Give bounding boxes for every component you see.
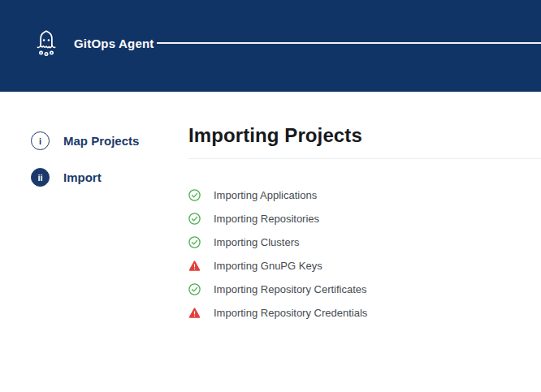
import-status-row: Importing Repository Certificates [188, 278, 541, 301]
import-status-label: Importing Repository Credentials [214, 307, 367, 319]
brand: GitOps Agent [31, 27, 154, 59]
wizard-steps: i Map Projects ii Import [31, 131, 139, 187]
step-number-badge: i [31, 131, 50, 150]
warning-triangle-icon [188, 307, 201, 319]
main-content: Importing Projects Importing Application… [188, 124, 541, 325]
app-title: GitOps Agent [74, 37, 154, 50]
step-import[interactable]: ii Import [31, 168, 139, 187]
import-status-row: Importing Applications [188, 183, 541, 207]
import-status-row: Importing Repositories [188, 207, 541, 230]
warning-triangle-icon [188, 260, 201, 272]
step-map-projects[interactable]: i Map Projects [31, 131, 139, 150]
check-circle-icon [188, 213, 201, 225]
import-status-row: Importing Clusters [188, 230, 541, 254]
title-divider-line [188, 158, 541, 159]
argo-squid-icon [31, 27, 62, 59]
import-status-list: Importing ApplicationsImporting Reposito… [188, 183, 541, 325]
check-circle-icon [188, 189, 201, 201]
step-label: Map Projects [63, 134, 139, 148]
page-title: Importing Projects [188, 124, 541, 147]
import-status-label: Importing GnuPG Keys [214, 260, 322, 272]
check-circle-icon [188, 283, 201, 295]
header-divider-line [157, 42, 541, 44]
step-label: Import [63, 170, 102, 184]
import-status-label: Importing Repositories [214, 213, 319, 225]
step-number-badge: ii [31, 168, 50, 187]
import-status-label: Importing Clusters [214, 236, 299, 248]
import-status-label: Importing Repository Certificates [214, 283, 367, 295]
app-header: GitOps Agent [0, 0, 541, 92]
check-circle-icon [188, 236, 201, 248]
import-status-row: Importing Repository Credentials [188, 301, 541, 325]
import-status-row: Importing GnuPG Keys [188, 254, 541, 278]
import-status-label: Importing Applications [214, 189, 317, 201]
